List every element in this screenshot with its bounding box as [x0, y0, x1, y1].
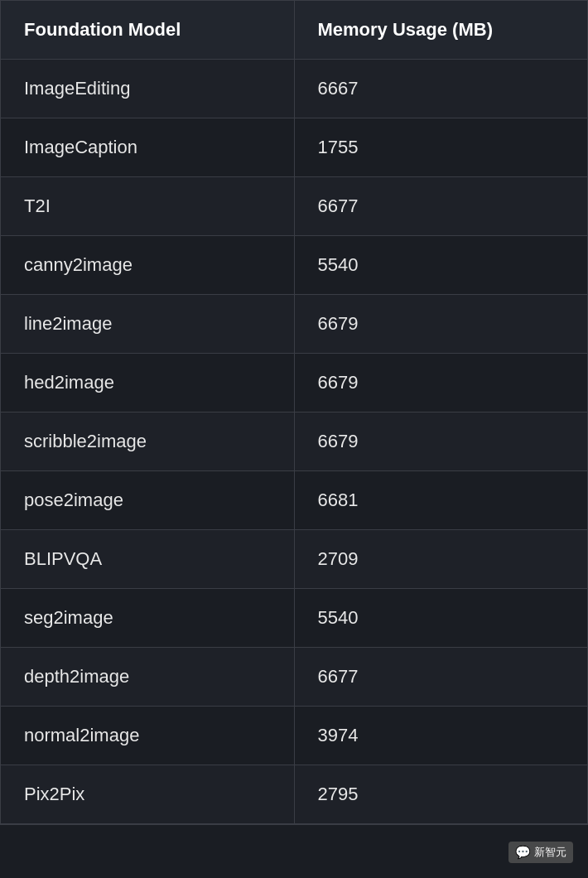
table-header-row: Foundation Model Memory Usage (MB) [1, 1, 587, 60]
cell-memory: 6679 [294, 295, 587, 354]
cell-memory: 5540 [294, 589, 587, 648]
cell-memory: 5540 [294, 236, 587, 295]
table-row: ImageCaption1755 [1, 118, 587, 177]
cell-model: BLIPVQA [1, 530, 294, 589]
cell-memory: 6679 [294, 412, 587, 471]
table-row: scribble2image6679 [1, 412, 587, 471]
table-row: T2I6677 [1, 177, 587, 236]
cell-memory: 6677 [294, 177, 587, 236]
cell-memory: 6677 [294, 648, 587, 707]
cell-memory: 2709 [294, 530, 587, 589]
cell-model: line2image [1, 295, 294, 354]
cell-model: ImageCaption [1, 118, 294, 177]
table-row: seg2image5540 [1, 589, 587, 648]
table-row: canny2image5540 [1, 236, 587, 295]
table-row: ImageEditing6667 [1, 60, 587, 118]
cell-model: hed2image [1, 354, 294, 412]
watermark: 💬 新智元 [508, 842, 573, 863]
cell-model: ImageEditing [1, 60, 294, 118]
cell-model: normal2image [1, 707, 294, 765]
watermark-text: 新智元 [534, 845, 566, 860]
cell-model: depth2image [1, 648, 294, 707]
cell-model: T2I [1, 177, 294, 236]
cell-memory: 2795 [294, 765, 587, 824]
cell-memory: 6681 [294, 471, 587, 530]
table-row: Pix2Pix2795 [1, 765, 587, 824]
cell-model: canny2image [1, 236, 294, 295]
table-row: BLIPVQA2709 [1, 530, 587, 589]
cell-model: scribble2image [1, 412, 294, 471]
table-row: hed2image6679 [1, 354, 587, 412]
cell-memory: 6679 [294, 354, 587, 412]
wechat-icon: 💬 [515, 845, 531, 860]
table-row: line2image6679 [1, 295, 587, 354]
cell-memory: 3974 [294, 707, 587, 765]
cell-model: pose2image [1, 471, 294, 530]
table-row: pose2image6681 [1, 471, 587, 530]
cell-model: seg2image [1, 589, 294, 648]
data-table: Foundation Model Memory Usage (MB) Image… [0, 0, 588, 825]
column-header-memory: Memory Usage (MB) [294, 1, 587, 60]
column-header-model: Foundation Model [1, 1, 294, 60]
table-row: normal2image3974 [1, 707, 587, 765]
cell-memory: 6667 [294, 60, 587, 118]
cell-model: Pix2Pix [1, 765, 294, 824]
table-row: depth2image6677 [1, 648, 587, 707]
cell-memory: 1755 [294, 118, 587, 177]
